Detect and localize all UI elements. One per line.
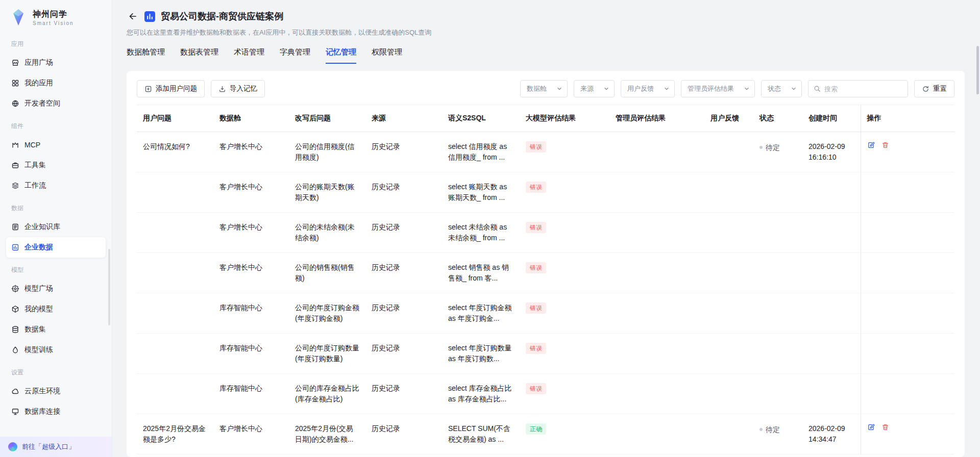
data-pod-cell: 客户增长中心 xyxy=(213,132,289,172)
status-dot-icon xyxy=(760,146,763,149)
data-pod-cell: 客户增长中心 xyxy=(213,213,289,253)
sidebar-item-cloud-env[interactable]: 云原生环境 xyxy=(6,381,106,401)
page-title: 贸易公司数据-商贸供应链案例 xyxy=(161,10,283,22)
column-header: 数据舱 xyxy=(213,105,289,132)
filter-admin-eval[interactable]: 管理员评估结果 xyxy=(681,80,755,97)
sidebar-item-model-market[interactable]: 模型广场 xyxy=(6,278,106,299)
page-header: 贸易公司数据-商贸供应链案例 xyxy=(127,10,965,22)
monitor-icon xyxy=(11,408,19,416)
brand-name: 神州问学 xyxy=(33,9,74,20)
table-body: 公司情况如何?客户增长中心公司的信用额度(信用额度)历史记录select 信用额… xyxy=(137,132,954,454)
status-cell xyxy=(753,253,802,293)
import-icon xyxy=(218,85,226,93)
rewritten-cell: 公司的信用额度(信用额度) xyxy=(289,132,365,172)
document-icon xyxy=(11,223,19,231)
sidebar-item-knowledge-base[interactable]: 企业知识库 xyxy=(6,217,106,237)
tab-data-table-mgmt[interactable]: 数据表管理 xyxy=(180,47,218,64)
model-eval-cell: 错误 xyxy=(520,334,609,374)
sidebar-item-label: 云原生环境 xyxy=(24,387,60,396)
model-eval-cell: 错误 xyxy=(520,172,609,213)
sql-cell: select 未结余额 as 未结余额_ from ... xyxy=(442,213,520,253)
database-icon xyxy=(11,325,19,334)
main-content: 贸易公司数据-商贸供应链案例 您可以在这里查看并维护数据舱和数据表，在AI应用中… xyxy=(112,0,980,457)
tab-permission-mgmt[interactable]: 权限管理 xyxy=(372,47,402,64)
delete-memory-icon[interactable] xyxy=(881,141,889,149)
filter-data-pod[interactable]: 数据舱 xyxy=(520,80,568,97)
memory-table-card: 添加用户问题 导入记忆 数据舱来源用户反馈管理员评估结果状态 重置 xyxy=(127,71,965,457)
created-time: 14:34:47 xyxy=(808,434,854,445)
table-row: 库存智能中心公司的年度订购数量(年度订购数量)历史记录select 年度订购数量… xyxy=(137,334,954,374)
page-scrollbar[interactable] xyxy=(976,46,979,94)
sidebar-item-app-market[interactable]: 应用广场 xyxy=(6,53,106,73)
memory-table: 用户问题数据舱改写后问题来源语义S2SQL大模型评估结果管理员评估结果用户反馈状… xyxy=(137,105,954,457)
filter-source[interactable]: 来源 xyxy=(574,80,615,97)
filter-bar: 数据舱来源用户反馈管理员评估结果状态 重置 xyxy=(520,80,954,97)
delete-memory-icon[interactable] xyxy=(881,423,889,431)
rewritten-cell: 2025年2月份(交易日期)的交易金额... xyxy=(289,414,365,454)
created-date: 2026-02-09 xyxy=(808,141,854,152)
data-pod-cell: 库存智能中心 xyxy=(213,293,289,334)
admin-eval-cell xyxy=(609,374,704,414)
globe-icon xyxy=(11,99,19,108)
model-eval-badge: 错误 xyxy=(526,343,546,354)
sidebar-item-datasets[interactable]: 数据集 xyxy=(6,319,106,340)
filter-user-feedback[interactable]: 用户反馈 xyxy=(621,80,675,97)
caret-down-icon xyxy=(557,86,562,91)
model-eval-badge: 错误 xyxy=(526,182,546,193)
mcp-icon xyxy=(11,141,19,149)
sidebar-item-model-training[interactable]: 模型训练 xyxy=(6,340,106,360)
sidebar-item-workflow[interactable]: 工作流 xyxy=(6,175,106,196)
sidebar-item-my-models[interactable]: 我的模型 xyxy=(6,299,106,319)
actions-cell xyxy=(861,374,954,414)
source-cell: 历史记录 xyxy=(365,374,442,414)
sidebar-item-db-connection[interactable]: 数据库连接 xyxy=(6,401,106,422)
column-header: 语义S2SQL xyxy=(442,105,520,132)
filter-label: 来源 xyxy=(580,84,594,93)
model-eval-cell: 错误 xyxy=(520,374,609,414)
sidebar-item-label: 数据集 xyxy=(24,325,46,334)
source-cell: 历史记录 xyxy=(365,213,442,253)
model-eval-badge: 错误 xyxy=(526,383,546,394)
tab-dict-mgmt[interactable]: 字典管理 xyxy=(280,47,310,64)
sidebar-item-label: MCP xyxy=(24,141,40,149)
status-label: 待定 xyxy=(766,142,780,153)
brand[interactable]: 神州问学 Smart Vision xyxy=(0,0,112,32)
import-memory-button[interactable]: 导入记忆 xyxy=(211,80,265,97)
admin-eval-cell xyxy=(609,334,704,374)
edit-memory-icon[interactable] xyxy=(867,423,875,431)
toolbar: 添加用户问题 导入记忆 数据舱来源用户反馈管理员评估结果状态 重置 xyxy=(137,80,954,97)
status-cell xyxy=(753,213,802,253)
data-pod-cell: 客户增长中心 xyxy=(213,172,289,213)
created-time: 16:16:10 xyxy=(808,152,854,163)
sql-cell: select 年度订购数量 as 年度订购数... xyxy=(442,334,520,374)
admin-eval-cell xyxy=(609,132,704,172)
search-input[interactable] xyxy=(824,85,902,93)
sidebar-item-dev-space[interactable]: 开发者空间 xyxy=(6,93,106,114)
sql-cell: select 账期天数 as 账期天数_ from ... xyxy=(442,172,520,213)
cube-icon xyxy=(11,305,19,313)
rewritten-cell: 公司的销售额(销售额) xyxy=(289,253,365,293)
filter-status[interactable]: 状态 xyxy=(761,80,802,97)
tab-data-pod-mgmt[interactable]: 数据舱管理 xyxy=(127,47,165,64)
back-button[interactable] xyxy=(127,10,139,22)
reset-button[interactable]: 重置 xyxy=(914,80,954,97)
status-dot-icon xyxy=(760,428,763,431)
edit-memory-icon[interactable] xyxy=(867,141,875,149)
bar-chart-icon xyxy=(11,243,19,251)
sidebar-section-label: 组件 xyxy=(11,122,101,131)
sidebar-item-label: 我的模型 xyxy=(24,304,53,314)
tab-memory-mgmt[interactable]: 记忆管理 xyxy=(326,47,356,64)
sidebar-item-my-apps[interactable]: 我的应用 xyxy=(6,73,106,93)
tab-term-mgmt[interactable]: 术语管理 xyxy=(234,47,264,64)
super-entrance-link[interactable]: 前往「超级入口」 xyxy=(0,437,112,457)
add-user-question-button[interactable]: 添加用户问题 xyxy=(137,80,205,97)
sidebar-item-toolset[interactable]: 工具集 xyxy=(6,155,106,175)
data-pod-cell: 库存智能中心 xyxy=(213,374,289,414)
model-eval-badge: 错误 xyxy=(526,222,546,233)
sidebar-item-mcp[interactable]: MCP xyxy=(6,135,106,155)
column-header: 大模型评估结果 xyxy=(520,105,609,132)
sidebar-item-enterprise-data[interactable]: 企业数据 xyxy=(6,237,106,258)
admin-eval-cell xyxy=(609,253,704,293)
filter-label: 用户反馈 xyxy=(627,84,654,93)
sidebar-scrollbar[interactable] xyxy=(108,249,110,325)
